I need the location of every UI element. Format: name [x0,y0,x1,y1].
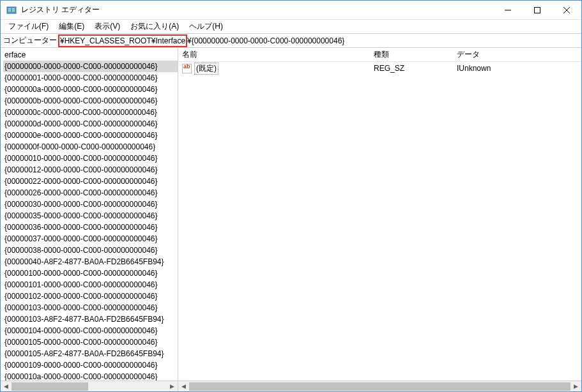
tree-item[interactable]: {0000000b-0000-0000-C000-000000000046} [3,95,178,107]
maximize-button[interactable] [523,1,552,19]
tree-item[interactable]: {00000101-0000-0000-C000-000000000046} [3,279,178,290]
tree-item[interactable]: {00000105-0000-0000-C000-000000000046} [3,336,178,348]
tree-view[interactable]: erface {00000000-0000-0000-C000-00000000… [1,48,178,381]
tree-item[interactable]: {00000022-0000-0000-C000-000000000046} [3,176,178,187]
svg-rect-2 [8,10,11,11]
address-highlight: ¥HKEY_CLASSES_ROOT¥Interface [58,34,187,47]
menu-help[interactable]: ヘルプ(H) [184,20,228,33]
content-area: erface {00000000-0000-0000-C000-00000000… [1,48,581,391]
scroll-thumb[interactable] [11,382,88,391]
column-data[interactable]: データ [453,49,581,60]
svg-rect-3 [12,8,15,10]
svg-rect-4 [12,10,15,11]
svg-rect-1 [8,8,11,10]
row-data-cell: IUnknown [453,64,581,73]
titlebar: レジストリ エディター [1,1,581,20]
tree-item[interactable]: {00000001-0000-0000-C000-000000000046} [3,72,178,84]
list-header: 名前 種類 データ [178,48,581,62]
tree-item[interactable]: {00000104-0000-0000-C000-000000000046} [3,325,178,336]
tree-item[interactable]: {00000038-0000-0000-C000-000000000046} [3,245,178,256]
svg-rect-6 [535,7,540,13]
address-rest: ¥{00000000-0000-0000-C000-000000000046} [187,36,344,45]
tree-item[interactable]: {00000040-A8F2-4877-BA0A-FD2B6645FB94} [3,256,178,268]
address-bar[interactable]: コンピューター ¥HKEY_CLASSES_ROOT¥Interface ¥{0… [1,34,581,48]
window: レジストリ エディター ファイル(F) 編集(E) 表示(V) お気に入り(A)… [0,0,582,392]
tree-item[interactable]: {00000036-0000-0000-C000-000000000046} [3,222,178,233]
tree-item[interactable]: {0000000a-0000-0000-C000-000000000046} [3,84,178,95]
tree-item[interactable]: {00000000-0000-0000-C000-000000000046} [3,61,178,72]
menu-favorites[interactable]: お気に入り(A) [125,20,184,33]
tree-item[interactable]: {0000000d-0000-0000-C000-000000000046} [3,118,178,130]
menu-view[interactable]: 表示(V) [89,20,125,33]
tree-root[interactable]: erface [3,49,178,61]
tree-item[interactable]: {00000026-0000-0000-C000-000000000046} [3,187,178,199]
tree-item[interactable]: {00000103-0000-0000-C000-000000000046} [3,302,178,313]
list-body[interactable]: (既定)REG_SZIUnknown [178,62,581,381]
tree-item[interactable]: {00000105-A8F2-4877-BA0A-FD2B6645FB94} [3,348,178,359]
scroll-right-icon[interactable]: ▶ [571,381,581,391]
scroll-thumb[interactable] [189,382,571,391]
row-type-cell: REG_SZ [370,64,453,73]
address-label: コンピューター [3,35,57,46]
tree-item[interactable]: {00000102-0000-0000-C000-000000000046} [3,290,178,302]
tree-item[interactable]: {0000000f-0000-0000-C000-000000000046} [3,141,178,153]
tree-item[interactable]: {00000109-0000-0000-C000-000000000046} [3,359,178,371]
scroll-right-icon[interactable]: ▶ [167,381,178,391]
tree-item[interactable]: {0000000c-0000-0000-C000-000000000046} [3,107,178,118]
tree-item[interactable]: {00000100-0000-0000-C000-000000000046} [3,268,178,279]
minimize-button[interactable] [493,1,523,19]
tree-h-scrollbar[interactable]: ◀ ▶ [1,381,178,391]
row-name-text: (既定) [194,63,218,75]
window-title: レジストリ エディター [21,4,493,15]
menu-file[interactable]: ファイル(F) [3,20,54,33]
tree-item[interactable]: {0000000e-0000-0000-C000-000000000046} [3,130,178,141]
close-button[interactable] [552,1,581,19]
tree-pane: erface {00000000-0000-0000-C000-00000000… [1,48,178,391]
list-row[interactable]: (既定)REG_SZIUnknown [178,62,581,75]
column-type[interactable]: 種類 [370,49,453,60]
app-icon [6,4,17,16]
list-h-scrollbar[interactable]: ◀ ▶ [178,381,581,391]
scroll-left-icon[interactable]: ◀ [1,381,11,391]
list-pane: 名前 種類 データ (既定)REG_SZIUnknown ◀ ▶ [178,48,581,391]
scroll-left-icon[interactable]: ◀ [178,381,189,391]
menubar: ファイル(F) 編集(E) 表示(V) お気に入り(A) ヘルプ(H) [1,20,581,34]
tree-item[interactable]: {00000035-0000-0000-C000-000000000046} [3,210,178,222]
menu-edit[interactable]: 編集(E) [54,20,89,33]
column-name[interactable]: 名前 [178,49,370,60]
tree-item[interactable]: {00000012-0000-0000-C000-000000000046} [3,164,178,176]
row-name-cell: (既定) [178,63,370,75]
window-controls [493,1,581,19]
tree-item[interactable]: {00000030-0000-0000-C000-000000000046} [3,199,178,210]
tree-item[interactable]: {00000103-A8F2-4877-BA0A-FD2B6645FB94} [3,313,178,325]
tree-item[interactable]: {00000010-0000-0000-C000-000000000046} [3,153,178,164]
tree-item[interactable]: {0000010a-0000-0000-C000-000000000046} [3,371,178,381]
string-value-icon [182,64,192,73]
tree-item[interactable]: {00000037-0000-0000-C000-000000000046} [3,233,178,245]
